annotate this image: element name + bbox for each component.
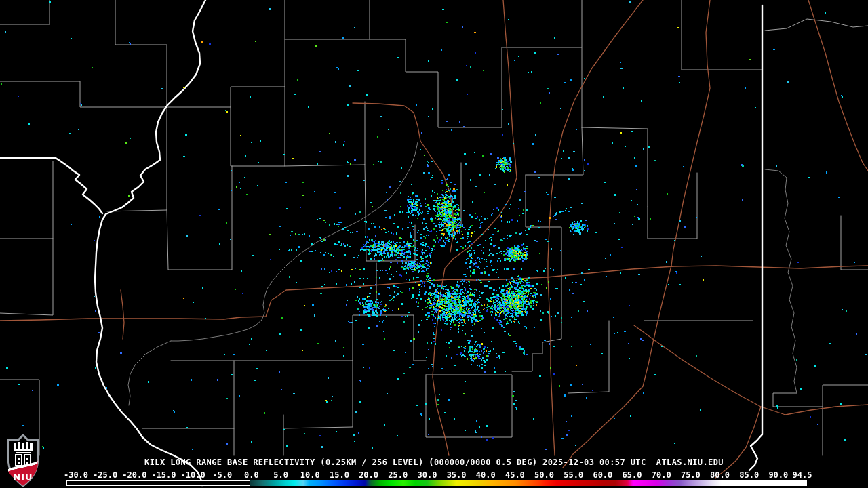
scale-tick-label: 85.0 — [739, 470, 759, 480]
scale-tick-label: 55.0 — [564, 470, 583, 480]
color-scale-outline-segment — [66, 480, 250, 486]
scale-tick-label: -5.0 — [212, 470, 232, 480]
color-scale-labels: -30.0-25.0-20.0-15.0-10.0-5.00.05.010.01… — [0, 470, 868, 480]
scale-tick-label: 20.0 — [359, 470, 378, 480]
scale-tick-label: -10.0 — [181, 470, 205, 480]
scale-tick-label: 35.0 — [447, 470, 467, 480]
scale-tick-label: 30.0 — [417, 470, 437, 480]
scale-tick-label: 75.0 — [681, 470, 701, 480]
reflectivity-echo-layer — [0, 0, 868, 488]
scale-tick-label: 70.0 — [652, 470, 671, 480]
scale-tick-label: 15.0 — [330, 470, 349, 480]
scale-tick-label: 10.0 — [300, 470, 320, 480]
scale-tick-label: 0.0 — [244, 470, 259, 480]
scale-tick-label: 94.5 — [793, 470, 812, 480]
scale-tick-label: 45.0 — [505, 470, 525, 480]
radar-viewer: KILX LONG RANGE BASE REFLECTIVITY (0.25K… — [0, 0, 868, 488]
color-scale-gradient-segment — [250, 480, 807, 486]
scale-tick-label: 80.0 — [710, 470, 730, 480]
scale-tick-label: 40.0 — [476, 470, 496, 480]
scale-tick-label: 25.0 — [388, 470, 408, 480]
scale-tick-label: 65.0 — [623, 470, 642, 480]
scale-tick-label: -20.0 — [122, 470, 146, 480]
scale-tick-label: 90.0 — [768, 470, 788, 480]
scale-tick-label: -30.0 — [64, 470, 88, 480]
scale-tick-label: -25.0 — [93, 470, 117, 480]
product-caption: KILX LONG RANGE BASE REFLECTIVITY (0.25K… — [0, 458, 868, 467]
scale-tick-label: -15.0 — [151, 470, 176, 480]
color-scale-bar — [66, 480, 807, 486]
logo-text: NIU — [13, 472, 33, 482]
scale-tick-label: 60.0 — [593, 470, 612, 480]
scale-tick-label: 50.0 — [534, 470, 554, 480]
niu-logo: NIU — [3, 434, 43, 488]
scale-tick-label: 5.0 — [273, 470, 288, 480]
